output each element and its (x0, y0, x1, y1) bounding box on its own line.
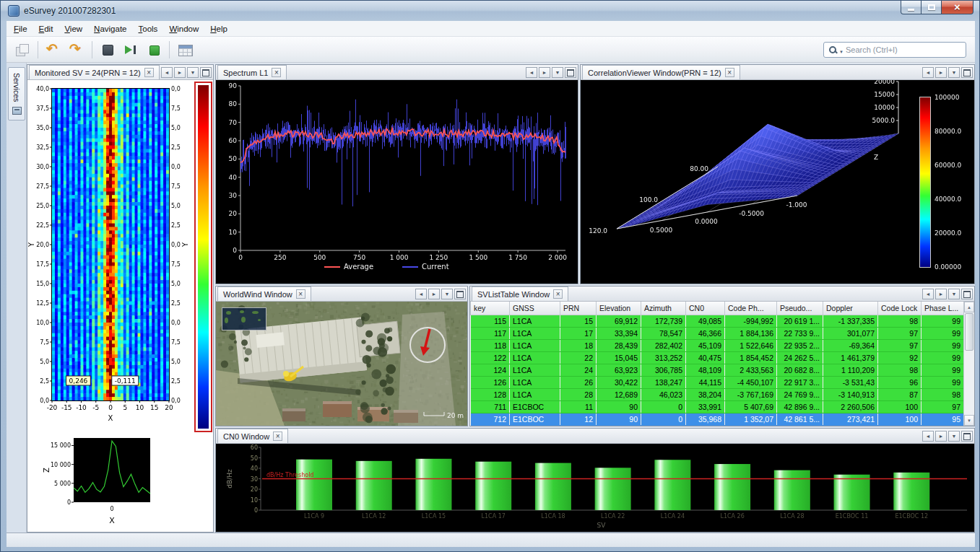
search-input[interactable] (846, 45, 961, 54)
scroll-left-icon[interactable] (415, 289, 427, 299)
minimize-button[interactable] (901, 1, 922, 14)
menu-view[interactable]: View (58, 22, 88, 35)
scroll-left-icon[interactable] (922, 431, 934, 442)
close-tab-icon[interactable] (553, 289, 563, 299)
scroll-right-icon[interactable] (174, 67, 186, 78)
scroll-right-icon[interactable] (935, 67, 947, 78)
dropdown-icon[interactable] (441, 289, 453, 299)
cn0-chart (216, 444, 974, 532)
tab-monitored[interactable]: Monitored SV = 24(PRN = 12) (29, 65, 160, 79)
column-header[interactable]: Azimuth (641, 302, 686, 315)
sv-heatmap-chart (27, 80, 213, 434)
column-header[interactable]: Code Ph... (725, 302, 777, 315)
svlist-scrollbar[interactable] (963, 302, 974, 426)
float-icon[interactable] (961, 289, 973, 299)
maximize-button[interactable] (922, 1, 941, 14)
column-header[interactable]: CN0 (686, 302, 725, 315)
float-icon[interactable] (961, 67, 973, 78)
scroll-down-icon[interactable] (964, 415, 974, 426)
table-row[interactable]: 712E1CBOC1290035,9681 352,0742 861 5...2… (471, 413, 964, 425)
scroll-left-icon[interactable] (526, 67, 537, 78)
close-tab-icon[interactable] (273, 431, 282, 441)
redo-icon[interactable] (67, 40, 86, 59)
sidebar-item-services[interactable]: Services (8, 67, 25, 121)
float-icon[interactable] (454, 289, 466, 299)
column-header[interactable]: key (471, 302, 510, 315)
column-header[interactable]: Pseudo... (777, 302, 823, 315)
dropdown-icon[interactable] (552, 67, 563, 78)
scrollbar-thumb[interactable] (965, 313, 974, 351)
titlebar[interactable]: eSurvey 201007282301 (1, 1, 979, 21)
tab-cn0[interactable]: CN0 Window (217, 429, 288, 443)
close-tab-icon[interactable] (144, 68, 154, 77)
toolbar (6, 37, 975, 63)
menu-file[interactable]: File (8, 22, 33, 35)
table-row[interactable]: 128L1CA2812,68946,02338,204-3 767,16924 … (471, 388, 964, 400)
column-header[interactable]: PRN (560, 302, 597, 315)
float-icon[interactable] (565, 67, 576, 78)
scroll-right-icon[interactable] (428, 289, 440, 299)
search-box[interactable] (823, 42, 966, 58)
menu-tools[interactable]: Tools (133, 22, 164, 35)
scroll-right-icon[interactable] (935, 289, 947, 299)
services-label: Services (12, 73, 21, 102)
search-caret-icon[interactable] (839, 43, 844, 56)
menu-help[interactable]: Help (204, 22, 233, 35)
grid-icon[interactable] (175, 40, 194, 59)
table-row[interactable]: 117L1CA1733,39478,54746,3661 884,13622 7… (471, 327, 964, 339)
menu-navigate[interactable]: Navigate (88, 22, 132, 35)
table-row[interactable]: 115L1CA1569,912172,73949,085-994,99220 6… (471, 315, 964, 327)
tab-correlation[interactable]: CorrelationViewer Window(PRN = 12) (582, 65, 740, 79)
column-header[interactable]: GNSS (510, 302, 560, 315)
scroll-left-icon[interactable] (922, 289, 934, 299)
column-header[interactable]: Code Lock (878, 302, 922, 315)
close-tab-icon[interactable] (725, 68, 734, 77)
menu-window[interactable]: Window (163, 22, 204, 35)
dropdown-icon[interactable] (187, 67, 199, 78)
table-row[interactable]: 118L1CA1828,439282,40245,1091 522,64622 … (471, 339, 964, 351)
undo-icon[interactable] (44, 40, 63, 59)
table-row[interactable]: 124L1CA2463,923306,78548,1092 433,56320 … (471, 364, 964, 376)
stop-icon[interactable] (98, 40, 117, 59)
dropdown-icon[interactable] (948, 431, 960, 442)
panel-monitored: Monitored SV = 24(PRN = 12) (27, 64, 214, 533)
tab-worldwind[interactable]: WorldWind Window (217, 286, 311, 301)
table-row[interactable]: 711E1CBOC1190033,9915 407,6942 896 9...2… (471, 400, 964, 413)
float-icon[interactable] (200, 67, 212, 78)
close-button[interactable] (941, 1, 974, 14)
column-header[interactable]: Elevation (597, 302, 641, 315)
scroll-up-icon[interactable] (964, 302, 974, 312)
scroll-right-icon[interactable] (935, 431, 947, 442)
scroll-left-icon[interactable] (922, 67, 934, 78)
panel-header: WorldWind Window (216, 286, 467, 302)
window-controls (901, 1, 974, 14)
scroll-right-icon[interactable] (539, 67, 550, 78)
panel-cn0: CN0 Window (215, 428, 975, 533)
panel-title: SVListTable Window (477, 290, 550, 299)
panel-title: CorrelationViewer Window(PRN = 12) (588, 69, 721, 77)
tab-spectrum[interactable]: Spectrum L1 (217, 65, 287, 79)
menu-edit[interactable]: Edit (33, 22, 59, 35)
column-header[interactable]: Doppler (823, 302, 878, 315)
scroll-left-icon[interactable] (161, 67, 173, 78)
toolbar-separator (169, 41, 170, 58)
panel-controls (161, 67, 212, 78)
table-row[interactable]: 126L1CA2630,422138,24744,115-4 450,10722… (471, 376, 964, 388)
column-header[interactable]: Phase L... (922, 302, 964, 315)
close-tab-icon[interactable] (272, 68, 281, 77)
step-forward-icon[interactable] (121, 40, 140, 59)
record-icon[interactable] (144, 40, 163, 59)
panel-controls (922, 431, 973, 442)
dropdown-icon[interactable] (948, 67, 960, 78)
float-icon[interactable] (961, 431, 973, 442)
duplicate-icon[interactable] (13, 40, 32, 59)
close-tab-icon[interactable] (296, 289, 305, 299)
dropdown-icon[interactable] (948, 289, 960, 299)
panel-title: CN0 Window (223, 432, 269, 441)
panel-controls (922, 289, 973, 299)
panel-controls (922, 67, 973, 78)
worldwind-map[interactable] (216, 302, 467, 426)
table-row[interactable]: 122L1CA2215,045313,25240,4751 854,45224 … (471, 351, 964, 364)
toolbar-separator (38, 41, 38, 58)
tab-svlist[interactable]: SVListTable Window (472, 286, 568, 301)
